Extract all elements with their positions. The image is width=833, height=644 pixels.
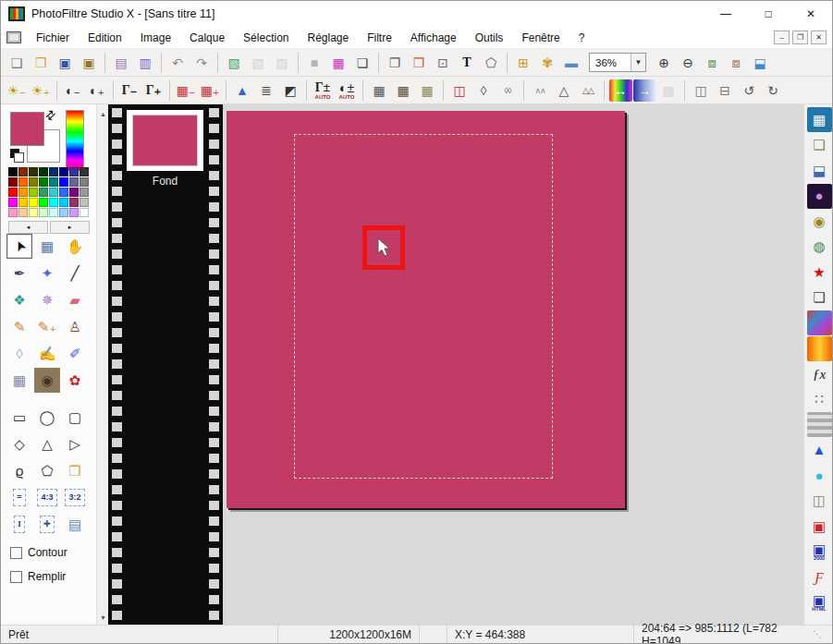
palette-color[interactable] xyxy=(18,177,28,187)
canvas-image[interactable] xyxy=(227,111,625,508)
mdi-restore-button[interactable]: ❐ xyxy=(792,30,808,44)
palette-color[interactable] xyxy=(49,188,58,197)
pointer-tool[interactable]: ➤ xyxy=(6,234,32,259)
save-as-button[interactable]: ▣ xyxy=(78,52,101,74)
contrast-minus-button[interactable]: ◐₋ xyxy=(62,79,85,102)
paste-as-layer-button[interactable]: ▨ xyxy=(271,52,294,74)
artistic-brush-tool[interactable]: ✐ xyxy=(62,341,88,366)
palette-color[interactable] xyxy=(8,188,18,197)
shape-rectangle[interactable]: ▭ xyxy=(6,405,32,430)
line-tool[interactable]: ╱ xyxy=(62,261,88,286)
panel-scrollbar[interactable]: ▲ ▼ xyxy=(96,104,108,626)
camera-icon[interactable]: ◉ xyxy=(807,209,832,234)
selection-options[interactable]: ▤ xyxy=(62,512,88,537)
soften-button[interactable]: ▦ xyxy=(392,79,415,102)
close-button[interactable]: ✕ xyxy=(790,1,832,27)
auto-contrast-button[interactable]: ◐±AUTO xyxy=(336,79,359,102)
texture-stripes-icon[interactable] xyxy=(807,310,832,335)
brush-tool[interactable]: ✎ xyxy=(6,314,32,339)
palette-color[interactable] xyxy=(29,198,38,207)
pattern-frame-button[interactable]: ▩ xyxy=(657,79,680,102)
palette-color[interactable] xyxy=(59,177,68,187)
palette-color[interactable] xyxy=(69,177,79,187)
manual-size[interactable]: ✛ xyxy=(34,512,60,537)
brightness-minus-button[interactable]: ☀₋ xyxy=(6,79,29,102)
smudge-tool[interactable]: ✍ xyxy=(34,341,60,366)
rotate-right-button[interactable]: ↻ xyxy=(762,79,785,102)
foreground-color-swatch[interactable] xyxy=(10,112,44,146)
zoom-auto-button[interactable]: ⧈ xyxy=(725,52,748,74)
palette-color[interactable] xyxy=(49,167,58,176)
minimize-button[interactable]: — xyxy=(704,1,747,27)
hue-shift-button[interactable]: ↔ xyxy=(609,79,632,102)
gamma-plus-button[interactable]: Γ₊ xyxy=(142,79,165,102)
plugin-sphere-icon[interactable]: ● xyxy=(807,184,832,209)
zoom-in-button[interactable]: ⊕ xyxy=(653,52,676,74)
sphere-3d-icon[interactable]: ● xyxy=(807,463,832,488)
sharpen-button[interactable]: ◫ xyxy=(448,79,472,102)
menu-aide[interactable]: ? xyxy=(570,29,594,47)
blur-drop-button[interactable]: ◊ xyxy=(472,79,496,102)
menu-reglage[interactable]: Réglage xyxy=(298,29,358,47)
ratio-3-2[interactable]: 3:2 xyxy=(62,485,88,510)
saturation-plus-button[interactable]: ▦₊ xyxy=(199,79,222,102)
contrast-plus-button[interactable]: ◐₊ xyxy=(86,79,109,102)
save-button[interactable]: ▣ xyxy=(54,52,77,74)
symmetry-circles-icon[interactable]: ∷ xyxy=(807,387,832,412)
remplir-checkbox[interactable] xyxy=(10,571,22,583)
shape-ellipse[interactable]: ◯ xyxy=(34,405,60,430)
palette-color[interactable] xyxy=(8,208,18,217)
layer-thumbnail[interactable] xyxy=(127,110,203,171)
menu-image[interactable]: Image xyxy=(131,29,180,47)
palette-color[interactable] xyxy=(29,208,38,217)
shape-polygon[interactable]: ⬠ xyxy=(34,458,60,483)
flip-vertical-button[interactable]: ⊟ xyxy=(714,79,737,102)
pattern-tool[interactable]: ◉ xyxy=(34,368,60,393)
selection-marquee[interactable] xyxy=(294,134,553,479)
image-to-film-icon[interactable]: ❏ xyxy=(807,133,832,158)
ratio-4-3[interactable]: 4:3 xyxy=(34,485,60,510)
plugins-button[interactable]: ✾ xyxy=(536,52,559,74)
rotate-left-button[interactable]: ↺ xyxy=(738,79,761,102)
edges-button[interactable]: △ xyxy=(553,79,576,102)
mdi-minimize-button[interactable]: – xyxy=(774,30,790,44)
shape-lasso[interactable]: ϱ xyxy=(6,458,32,483)
browse-images-button[interactable]: ▧ xyxy=(223,52,246,74)
negative-button[interactable]: ◩ xyxy=(279,79,302,102)
frame-export-icon[interactable]: ▣ xyxy=(807,514,832,539)
shape-diamond[interactable]: ◇ xyxy=(6,431,32,456)
resize-grip[interactable]: ⋱ xyxy=(813,629,825,639)
levels-button[interactable]: ≣ xyxy=(255,79,278,102)
saturation-minus-button[interactable]: ▦₋ xyxy=(175,79,198,102)
open-button[interactable]: ❒ xyxy=(30,52,53,74)
new-button[interactable]: ❑ xyxy=(6,52,29,74)
histogram-blue-icon[interactable]: ▲ xyxy=(807,438,832,463)
palette-color[interactable] xyxy=(18,208,28,217)
paste-as-selection-button[interactable]: ⊡ xyxy=(432,52,455,74)
menu-outils[interactable]: Outils xyxy=(466,29,513,47)
palette-color[interactable] xyxy=(59,167,68,176)
palette-color[interactable] xyxy=(8,177,18,187)
palette-color[interactable] xyxy=(80,188,89,197)
magic-wand-tool[interactable]: ✦ xyxy=(34,261,60,286)
antialias-button[interactable]: ▦ xyxy=(368,79,391,102)
clone-stamp-tool[interactable]: ♙ xyxy=(62,314,88,339)
swap-colors-icon[interactable]: ⇄ xyxy=(42,106,58,123)
relief-button[interactable]: ∧∧ xyxy=(529,79,552,102)
shape-rounded-rect[interactable]: ▢ xyxy=(62,405,88,430)
menu-fenetre[interactable]: Fenêtre xyxy=(512,29,569,47)
full-screen-button[interactable]: ⬓ xyxy=(749,52,772,74)
blur-more-button[interactable]: ▦ xyxy=(416,79,439,102)
save-2000-icon[interactable]: ▣2000 xyxy=(807,540,832,565)
text-button[interactable]: T xyxy=(456,52,479,74)
zoom-select[interactable]: 36% ▼ xyxy=(589,53,646,72)
tool-windows-button[interactable]: ▬ xyxy=(560,52,583,74)
deform-tool[interactable]: ▦ xyxy=(6,368,32,393)
palette-color[interactable] xyxy=(8,167,18,176)
blur-drops-button[interactable]: ◊◊ xyxy=(496,79,520,102)
print-button[interactable]: ▤ xyxy=(110,52,133,74)
palette-color[interactable] xyxy=(39,198,48,207)
contour-checkbox[interactable] xyxy=(10,547,22,559)
palette-color[interactable] xyxy=(80,198,89,207)
maximize-button[interactable]: □ xyxy=(747,1,790,27)
